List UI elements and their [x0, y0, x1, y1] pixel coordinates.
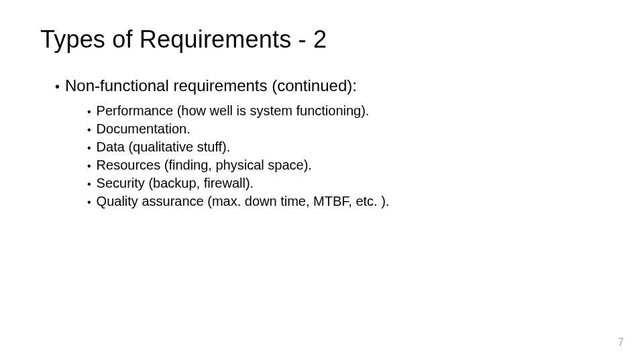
list-item: • Resources (finding, physical space).: [87, 156, 604, 174]
list-item: • Quality assurance (max. down time, MTB…: [87, 192, 604, 210]
bullet-dot: •: [87, 143, 91, 154]
bullet-dot: •: [87, 107, 91, 117]
bullet-dot: •: [55, 80, 60, 93]
bullet-dot: •: [87, 197, 91, 208]
list-item-text: Documentation.: [97, 120, 191, 138]
list-item-text: Performance (how well is system function…: [97, 102, 370, 120]
bullet-level-1: • Non-functional requirements (continued…: [55, 76, 604, 95]
bullet-level-1-text: Non-functional requirements (continued):: [65, 76, 357, 95]
list-item: • Data (qualitative stuff).: [87, 138, 604, 156]
bullet-dot: •: [87, 161, 91, 172]
list-item-text: Quality assurance (max. down time, MTBF,…: [97, 192, 390, 210]
list-item-text: Resources (finding, physical space).: [97, 156, 312, 174]
list-item: • Security (backup, firewall).: [87, 174, 604, 192]
bullet-dot: •: [87, 125, 91, 135]
list-item-text: Security (backup, firewall).: [97, 174, 254, 192]
bullet-dot: •: [87, 179, 91, 190]
list-item: • Performance (how well is system functi…: [87, 102, 604, 120]
bullet-level-2-list: • Performance (how well is system functi…: [87, 102, 604, 210]
slide-content: Types of Requirements - 2 • Non-function…: [0, 0, 644, 210]
page-number: 7: [618, 337, 624, 349]
list-item: • Documentation.: [87, 120, 604, 138]
list-item-text: Data (qualitative stuff).: [97, 138, 231, 156]
slide-title: Types of Requirements - 2: [40, 25, 604, 54]
